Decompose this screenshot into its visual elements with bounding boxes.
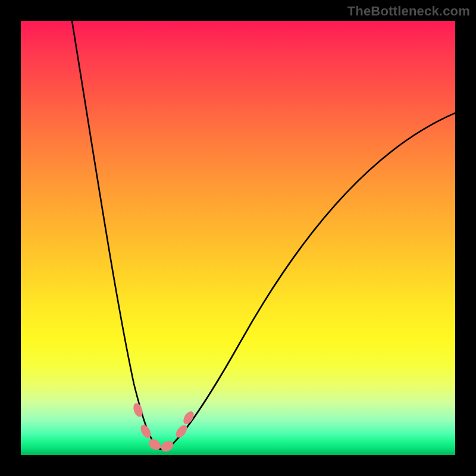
- curve-right-arm: [161, 113, 455, 449]
- curve-pip: [174, 423, 189, 440]
- attribution-text: TheBottleneck.com: [347, 4, 470, 19]
- curve-left-arm: [72, 21, 161, 449]
- curve-pip: [159, 439, 175, 454]
- outer-frame: TheBottleneck.com: [0, 0, 476, 476]
- curve-pips: [131, 402, 196, 453]
- curve-layer: [21, 21, 455, 455]
